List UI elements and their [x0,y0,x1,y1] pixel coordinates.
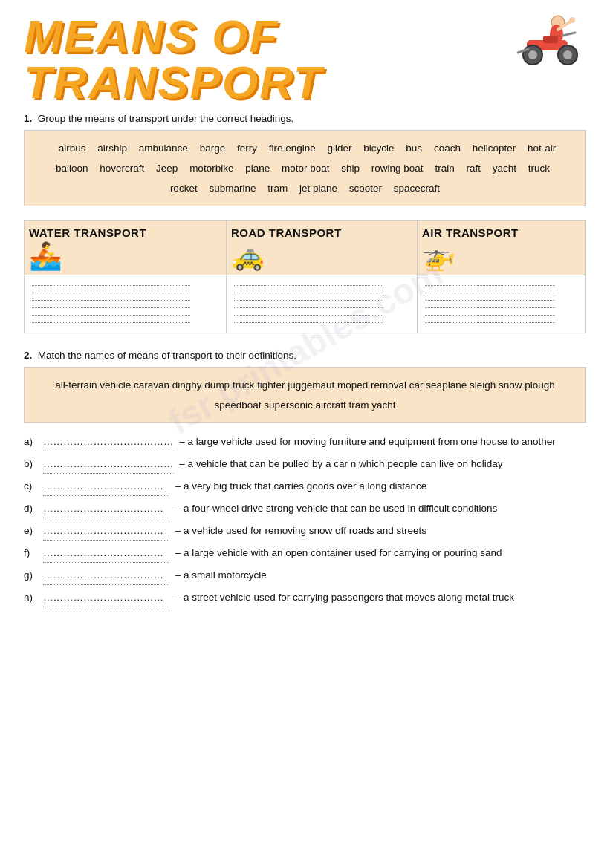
svg-point-9 [563,50,572,59]
word-item-2: seaplane [426,379,467,391]
section1-instruction: 1. Group the means of transport under th… [24,113,586,124]
word-item: glider [328,143,352,154]
dotted-line [234,315,383,316]
scooter-icon [504,10,586,76]
word-item: rowing boat [371,163,424,174]
word-item-2: juggemaut [288,379,334,391]
word-item: helicopter [473,143,516,154]
def-letter: d) [24,500,33,518]
dotted-line [32,293,190,293]
word-box-2: all-terrain vehicle caravan dinghy dump … [24,367,586,423]
word-item-2: dinghy [172,379,202,391]
water-lines-cell [25,275,227,333]
word-item: coach [434,143,461,154]
word-box: airbus airship ambulance barge ferry fir… [24,130,586,206]
instruction-text: Group the means of transport under the c… [38,113,293,124]
word-item: bus [406,143,422,154]
section2-instruction: 2. Match the names of means of transport… [24,350,586,361]
word-item: scooter [349,183,382,194]
word-item: motor boat [282,163,330,174]
transport-table: WATER TRANSPORT 🚣 ROAD TRANSPORT 🚕 AIR T… [24,220,586,333]
definition-item: c)……………………………… – a very big truck that c… [24,478,586,496]
word-item: Jeep [156,163,178,174]
word-item-2: sleigh [470,379,496,391]
word-item: ambulance [139,143,188,154]
dotted-line [234,300,383,301]
dotted-line [234,307,383,308]
definition-item: g)……………………………… – a small motorcycle [24,567,586,585]
definition-item: h)……………………………… – a street vehicle used f… [24,590,586,607]
def-letter: h) [24,590,33,607]
definition-item: a)………………………………… – a large vehicle used f… [24,434,586,451]
word-item-2: tram [348,399,369,411]
dotted-line [32,315,190,316]
air-icon: 🚁 [422,241,581,272]
word-item-2: supersonic aircraft [264,399,345,411]
word-item: submarine [209,183,256,194]
word-item-2: dump truck [204,379,254,391]
col-header-air: AIR TRANSPORT 🚁 [417,221,585,275]
word-item-2: fighter [257,379,285,391]
dotted-line [234,322,383,323]
def-letter: b) [24,456,33,473]
word-item: yacht [493,163,516,174]
water-icon: 🚣 [29,241,221,272]
section2-number: 2. [24,350,32,361]
col-header-road: ROAD TRANSPORT 🚕 [226,221,417,275]
svg-rect-5 [543,36,558,43]
section2-text: Match the names of means of transport to… [38,350,296,361]
definition-item: b)………………………………… – a vehicle that can be … [24,456,586,474]
dotted-line [425,315,555,316]
word-item: fire engine [269,143,316,154]
road-lines-cell [226,275,417,333]
answer-line[interactable]: ……………………………… [43,545,169,563]
dotted-line [32,322,190,323]
word-item: rocket [170,183,198,194]
air-transport-header: AIR TRANSPORT [422,226,581,239]
definition-item: e)……………………………… – a vehicle used for remo… [24,523,586,541]
dotted-line [425,285,555,286]
main-title: MEANS OF TRANSPORT [24,13,504,105]
word-item: hovercraft [100,163,144,174]
answer-line[interactable]: ………………………………… [43,434,174,451]
dotted-line [32,285,190,286]
def-letter: a) [24,434,33,451]
definitions-list: a)………………………………… – a large vehicle used f… [24,434,586,607]
answer-line[interactable]: ……………………………… [43,567,169,585]
word-item: airbus [59,143,86,154]
definition-item: d)……………………………… – a four-wheel drive stro… [24,500,586,518]
word-item-2: yacht [371,399,395,411]
def-letter: f) [24,545,30,562]
dotted-line [425,322,555,323]
word-item: barge [200,143,226,154]
word-item: tram [267,183,288,194]
dotted-line [32,300,190,301]
word-item: airship [97,143,127,154]
word-item: bicycle [363,143,394,154]
answer-line[interactable]: ……………………………… [43,523,169,541]
svg-line-10 [562,33,575,36]
answer-line[interactable]: ………………………………… [43,456,174,474]
def-letter: g) [24,567,33,584]
word-item: ship [341,163,360,174]
word-item: spacecraft [394,183,440,194]
road-icon: 🚕 [231,241,412,272]
word-item-2: removal car [371,379,424,391]
dotted-line [32,307,190,308]
word-item-2: snow plough [499,379,555,391]
dotted-line [234,285,383,286]
answer-line[interactable]: ……………………………… [43,478,169,496]
word-item: motorbike [189,163,233,174]
dotted-line [425,307,555,308]
water-transport-header: WATER TRANSPORT [29,226,221,239]
word-item: truck [528,163,550,174]
title-container: MEANS OF TRANSPORT [24,13,586,105]
answer-line[interactable]: ……………………………… [43,590,169,607]
word-item: jet plane [299,183,337,194]
def-letter: e) [24,523,33,540]
svg-point-3 [569,17,575,23]
word-item-2: caravan [134,379,169,391]
definition-item: f)……………………………… – a large vehicle with an… [24,545,586,563]
answer-line[interactable]: ……………………………… [43,500,169,518]
word-item: raft [466,163,481,174]
